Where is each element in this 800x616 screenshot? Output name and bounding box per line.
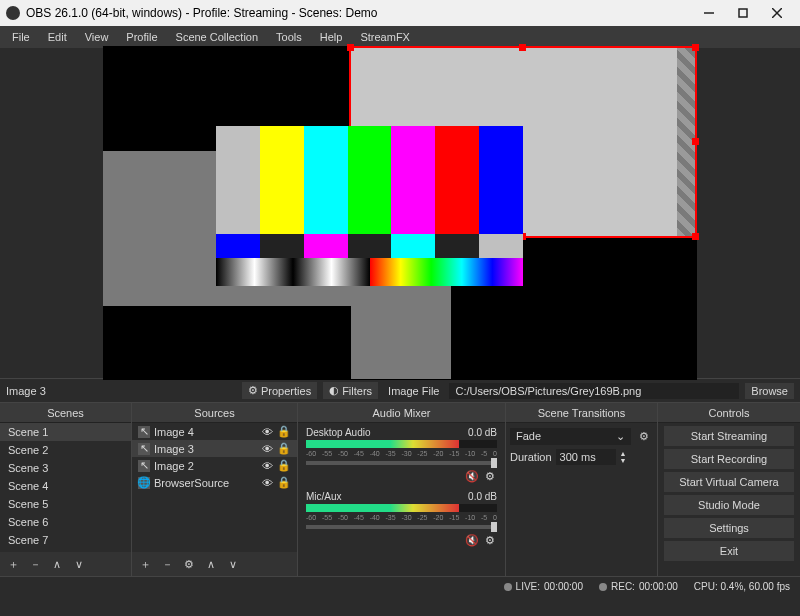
remove-source-button[interactable]: － xyxy=(158,555,176,573)
rec-indicator-icon xyxy=(599,583,607,591)
source-label: BrowserSource xyxy=(154,477,258,489)
controls-header: Controls xyxy=(658,403,800,423)
duration-down[interactable]: ▼ xyxy=(620,457,627,464)
scene-item[interactable]: Scene 4 xyxy=(0,477,131,495)
move-scene-down-button[interactable]: ∨ xyxy=(70,555,88,573)
start-virtual-camera-button[interactable]: Start Virtual Camera xyxy=(664,472,794,492)
scene-item[interactable]: Scene 2 xyxy=(0,441,131,459)
transition-settings-button[interactable]: ⚙ xyxy=(635,427,653,445)
lock-toggle[interactable]: 🔒 xyxy=(277,425,291,438)
remove-scene-button[interactable]: － xyxy=(26,555,44,573)
source-colorbars[interactable] xyxy=(216,126,523,286)
duration-up[interactable]: ▲ xyxy=(620,450,627,457)
titlebar: OBS 26.1.0 (64-bit, windows) - Profile: … xyxy=(0,0,800,26)
menu-tools[interactable]: Tools xyxy=(268,29,310,45)
source-toolbar: Image 3 ⚙Properties ◐Filters Image File … xyxy=(0,378,800,402)
visibility-toggle[interactable]: 👁 xyxy=(262,443,273,455)
exit-button[interactable]: Exit xyxy=(664,541,794,561)
mute-button[interactable]: 🔇 xyxy=(465,533,479,547)
statusbar: LIVE:00:00:00 REC:00:00:00 CPU: 0.4%, 60… xyxy=(0,576,800,596)
visibility-toggle[interactable]: 👁 xyxy=(262,460,273,472)
scene-item[interactable]: Scene 5 xyxy=(0,495,131,513)
lock-toggle[interactable]: 🔒 xyxy=(277,459,291,472)
preview-canvas xyxy=(103,46,697,380)
chevron-down-icon: ⌄ xyxy=(616,430,625,443)
start-recording-button[interactable]: Start Recording xyxy=(664,449,794,469)
channel-name: Mic/Aux xyxy=(306,491,342,502)
channel-level: 0.0 dB xyxy=(468,491,497,502)
channel-level: 0.0 dB xyxy=(468,427,497,438)
scene-item[interactable]: Scene 1 xyxy=(0,423,131,441)
preview-area[interactable] xyxy=(0,48,800,378)
scene-item[interactable]: Scene 7 xyxy=(0,531,131,549)
menu-help[interactable]: Help xyxy=(312,29,351,45)
channel-settings-button[interactable]: ⚙ xyxy=(483,469,497,483)
volume-slider[interactable] xyxy=(306,461,497,465)
add-source-button[interactable]: ＋ xyxy=(136,555,154,573)
lock-toggle[interactable]: 🔒 xyxy=(277,442,291,455)
cpu-status: CPU: 0.4%, 60.00 fps xyxy=(694,581,790,592)
menu-streamfx[interactable]: StreamFX xyxy=(352,29,418,45)
browse-button[interactable]: Browse xyxy=(745,383,794,399)
image-icon: ↖ xyxy=(138,443,150,455)
duration-label: Duration xyxy=(510,451,552,463)
source-settings-button[interactable]: ⚙ xyxy=(180,555,198,573)
menubar: FileEditViewProfileScene CollectionTools… xyxy=(0,26,800,48)
image-icon: ↖ xyxy=(138,426,150,438)
source-item[interactable]: ↖Image 3👁🔒 xyxy=(132,440,297,457)
mixer-channel: Desktop Audio0.0 dB-60-55-50-45-40-35-30… xyxy=(298,423,505,487)
minimize-button[interactable] xyxy=(692,0,726,26)
gear-icon: ⚙ xyxy=(248,384,258,397)
mute-button[interactable]: 🔇 xyxy=(465,469,479,483)
maximize-button[interactable] xyxy=(726,0,760,26)
menu-scene-collection[interactable]: Scene Collection xyxy=(168,29,267,45)
image-icon: ↖ xyxy=(138,460,150,472)
volume-slider[interactable] xyxy=(306,525,497,529)
menu-file[interactable]: File xyxy=(4,29,38,45)
resize-handle[interactable] xyxy=(347,44,354,51)
source-label: Image 2 xyxy=(154,460,258,472)
app-icon xyxy=(6,6,20,20)
close-button[interactable] xyxy=(760,0,794,26)
audio-mixer-panel: Audio Mixer Desktop Audio0.0 dB-60-55-50… xyxy=(298,403,506,576)
properties-button[interactable]: ⚙Properties xyxy=(242,382,317,399)
sources-panel: Sources ↖Image 4👁🔒↖Image 3👁🔒↖Image 2👁🔒🌐B… xyxy=(132,403,298,576)
resize-handle[interactable] xyxy=(692,44,699,51)
menu-view[interactable]: View xyxy=(77,29,117,45)
source-image2b[interactable] xyxy=(351,282,451,379)
move-scene-up-button[interactable]: ∧ xyxy=(48,555,66,573)
visibility-toggle[interactable]: 👁 xyxy=(262,426,273,438)
start-streaming-button[interactable]: Start Streaming xyxy=(664,426,794,446)
move-source-down-button[interactable]: ∨ xyxy=(224,555,242,573)
scenes-panel: Scenes Scene 1Scene 2Scene 3Scene 4Scene… xyxy=(0,403,132,576)
duration-input[interactable]: 300 ms xyxy=(556,449,616,465)
resize-handle[interactable] xyxy=(692,233,699,240)
channel-name: Desktop Audio xyxy=(306,427,371,438)
audio-meter xyxy=(306,504,497,512)
selected-source-label: Image 3 xyxy=(6,385,236,397)
audio-meter xyxy=(306,440,497,448)
image-file-path[interactable]: C:/Users/OBS/Pictures/Grey169B.png xyxy=(449,383,739,399)
move-source-up-button[interactable]: ∧ xyxy=(202,555,220,573)
resize-handle[interactable] xyxy=(519,44,526,51)
visibility-toggle[interactable]: 👁 xyxy=(262,477,273,489)
transitions-header: Scene Transitions xyxy=(506,403,657,423)
channel-settings-button[interactable]: ⚙ xyxy=(483,533,497,547)
transition-select[interactable]: Fade⌄ xyxy=(510,428,631,445)
lock-toggle[interactable]: 🔒 xyxy=(277,476,291,489)
settings-button[interactable]: Settings xyxy=(664,518,794,538)
scene-item[interactable]: Scene 6 xyxy=(0,513,131,531)
controls-panel: Controls Start StreamingStart RecordingS… xyxy=(658,403,800,576)
filters-button[interactable]: ◐Filters xyxy=(323,382,378,399)
resize-handle[interactable] xyxy=(692,138,699,145)
add-scene-button[interactable]: ＋ xyxy=(4,555,22,573)
source-item[interactable]: ↖Image 4👁🔒 xyxy=(132,423,297,440)
source-item[interactable]: ↖Image 2👁🔒 xyxy=(132,457,297,474)
studio-mode-button[interactable]: Studio Mode xyxy=(664,495,794,515)
menu-edit[interactable]: Edit xyxy=(40,29,75,45)
transitions-panel: Scene Transitions Fade⌄ ⚙ Duration 300 m… xyxy=(506,403,658,576)
scene-item[interactable]: Scene 3 xyxy=(0,459,131,477)
source-item[interactable]: 🌐BrowserSource👁🔒 xyxy=(132,474,297,491)
sources-header: Sources xyxy=(132,403,297,423)
menu-profile[interactable]: Profile xyxy=(118,29,165,45)
